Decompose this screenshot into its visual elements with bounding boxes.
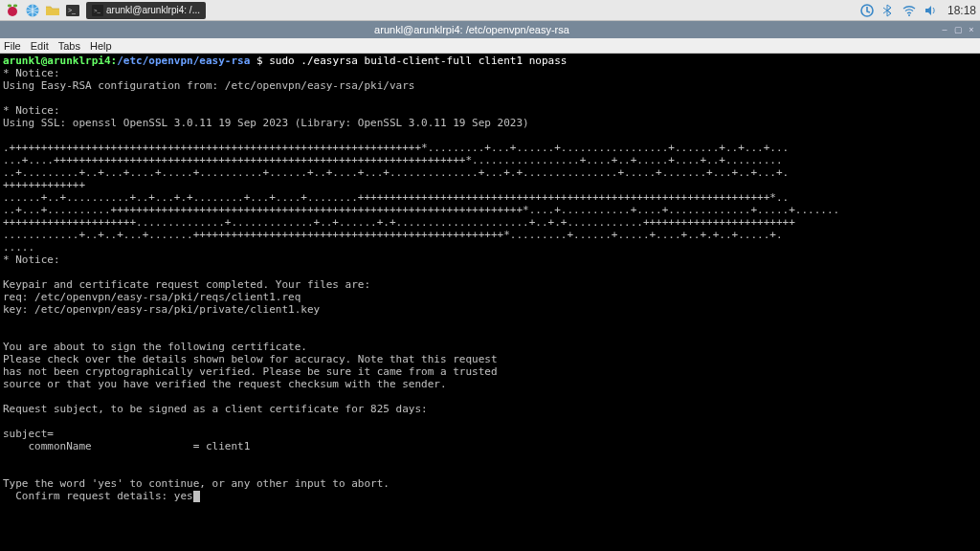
updates-icon[interactable] <box>859 3 875 18</box>
term-line: * Notice: <box>3 104 60 117</box>
menubar: File Edit Tabs Help <box>0 38 980 54</box>
term-line: +++++++++++++++++++++..............+....… <box>3 216 795 229</box>
system-panel: >_ >_ arunkl@arunklrpi4: /... 18:18 <box>0 0 980 21</box>
minimize-button[interactable]: – <box>940 25 949 34</box>
term-line: ..... <box>3 241 34 253</box>
terminal-launcher-icon[interactable]: >_ <box>64 2 81 19</box>
term-line: ...+....++++++++++++++++++++++++++++++++… <box>3 154 783 166</box>
term-line: req: /etc/openvpn/easy-rsa/pki/reqs/clie… <box>3 291 301 303</box>
window-title: arunkl@arunklrpi4: /etc/openvpn/easy-rsa <box>4 24 940 35</box>
term-line: subject= <box>3 428 54 440</box>
command-text: sudo ./easyrsa build-client-full client1… <box>269 55 567 67</box>
panel-left: >_ >_ arunkl@arunklrpi4: /... <box>4 2 206 19</box>
term-line: .+++++++++++++++++++++++++++++++++++++++… <box>3 142 789 154</box>
term-line: Type the word 'yes' to continue, or any … <box>3 477 390 490</box>
svg-point-9 <box>908 14 910 16</box>
term-line: +++++++++++++ <box>3 179 85 191</box>
prompt-userhost: arunkl@arunklrpi4 <box>3 55 111 67</box>
window-controls: – ▢ × <box>940 25 976 34</box>
close-button[interactable]: × <box>967 25 976 34</box>
menu-edit[interactable]: Edit <box>31 40 49 52</box>
prompt-path: /etc/openvpn/easy-rsa <box>117 55 250 67</box>
term-line: key: /etc/openvpn/easy-rsa/pki/private/c… <box>3 303 320 316</box>
svg-point-2 <box>13 4 17 7</box>
term-line: has not been cryptographically verified.… <box>3 365 498 378</box>
raspberry-menu-icon[interactable] <box>4 2 21 19</box>
maximize-button[interactable]: ▢ <box>953 25 963 34</box>
term-line: ......+..+..........+..+...+.+........+.… <box>3 191 789 204</box>
svg-point-1 <box>8 4 11 7</box>
term-line: ..+.........+..+...+....+.....+.........… <box>3 166 789 179</box>
term-line: ............+..+..+...+.......++++++++++… <box>3 229 783 241</box>
term-line: * Notice: <box>3 67 60 79</box>
term-line: commonName = client1 <box>3 440 250 452</box>
svg-text:>_: >_ <box>68 7 76 14</box>
term-line: Using Easy-RSA configuration from: /etc/… <box>3 79 414 92</box>
clock[interactable]: 18:18 <box>947 4 976 17</box>
taskbar-terminal-button[interactable]: >_ arunkl@arunklrpi4: /... <box>86 2 206 19</box>
svg-point-0 <box>8 7 17 16</box>
term-line: Using SSL: openssl OpenSSL 3.0.11 19 Sep… <box>3 117 529 129</box>
svg-text:>_: >_ <box>94 8 101 13</box>
taskbar-label: arunkl@arunklrpi4: /... <box>106 5 200 15</box>
cursor <box>193 491 200 502</box>
menu-help[interactable]: Help <box>90 40 112 52</box>
wifi-icon[interactable] <box>902 3 917 18</box>
window-titlebar[interactable]: arunkl@arunklrpi4: /etc/openvpn/easy-rsa… <box>0 21 980 38</box>
prompt-dollar: $ <box>250 55 269 67</box>
file-manager-icon[interactable] <box>44 2 61 19</box>
menu-tabs[interactable]: Tabs <box>58 40 80 52</box>
term-line: You are about to sign the following cert… <box>3 341 307 353</box>
term-line: Keypair and certificate request complete… <box>3 278 370 291</box>
term-line: source or that you have verified the req… <box>3 378 447 390</box>
term-line: Please check over the details shown belo… <box>3 353 498 365</box>
term-line: Confirm request details: yes <box>3 490 193 502</box>
term-line: * Notice: <box>3 253 60 266</box>
menu-file[interactable]: File <box>4 40 21 52</box>
panel-right: 18:18 <box>859 3 976 18</box>
term-line: Request subject, to be signed as a clien… <box>3 403 428 415</box>
bluetooth-icon[interactable] <box>880 3 896 18</box>
web-browser-icon[interactable] <box>24 2 41 19</box>
volume-icon[interactable] <box>923 3 938 18</box>
terminal[interactable]: arunkl@arunklrpi4:/etc/openvpn/easy-rsa … <box>0 54 980 551</box>
term-line: ..+...+..........+++++++++++++++++++++++… <box>3 204 839 216</box>
